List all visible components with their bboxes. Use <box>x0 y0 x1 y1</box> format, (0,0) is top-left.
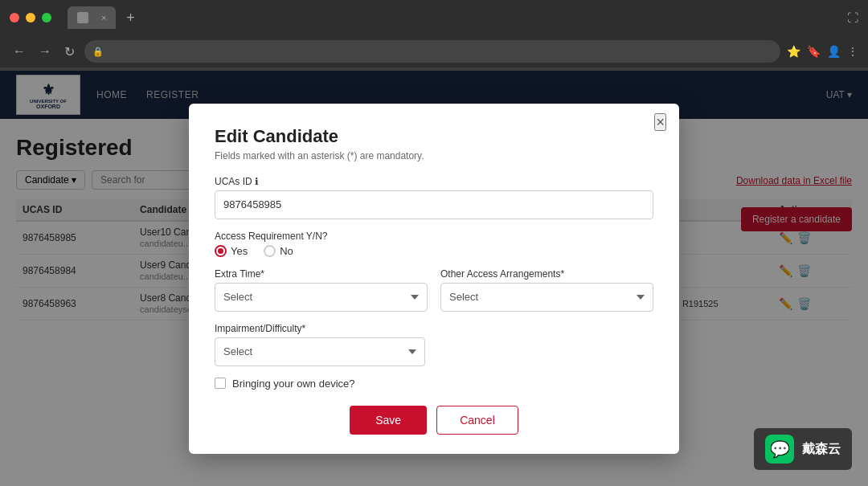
menu-icon[interactable]: ⋮ <box>847 45 858 58</box>
extra-time-group: Extra Time* Select <box>215 268 428 312</box>
access-requirement-group: Access Requirement Y/N? Yes No <box>215 231 653 257</box>
wechat-badge: 💬 戴森云 <box>754 428 852 470</box>
tab-close-icon[interactable]: × <box>101 13 106 22</box>
browser-actions: ⭐ 🔖 👤 ⋮ <box>787 45 858 58</box>
window-zoom-icon: ⛶ <box>847 11 858 24</box>
ucas-id-input[interactable] <box>215 190 653 219</box>
byod-group: Bringing your own device? <box>215 378 653 390</box>
mac-maximize-dot[interactable] <box>42 13 51 22</box>
yes-radio-label[interactable]: Yes <box>215 245 248 257</box>
new-tab-button[interactable]: + <box>119 6 141 29</box>
byod-checkbox[interactable] <box>215 378 226 389</box>
no-radio-label[interactable]: No <box>264 245 293 257</box>
yes-label: Yes <box>231 245 248 257</box>
tab-favicon <box>77 12 88 23</box>
no-radio-button[interactable] <box>264 245 276 257</box>
cancel-button[interactable]: Cancel <box>436 406 518 435</box>
modal-subtitle: Fields marked with an asterisk (*) are m… <box>215 150 653 161</box>
ssl-lock-icon: 🔒 <box>92 47 104 57</box>
no-label: No <box>280 245 293 257</box>
nav-forward-button[interactable]: → <box>35 43 55 60</box>
ucas-id-group: UCAs ID ℹ <box>215 176 653 219</box>
other-access-select[interactable]: Select <box>440 283 653 312</box>
impairment-select[interactable]: Select <box>215 337 425 366</box>
modal-title: Edit Candidate <box>215 126 653 147</box>
mac-close-dot[interactable] <box>10 13 19 22</box>
save-button[interactable]: Save <box>350 406 427 435</box>
other-access-group: Other Access Arrangements* Select <box>440 268 653 312</box>
extra-time-label: Extra Time* <box>215 268 428 280</box>
modal-footer: Save Cancel <box>215 406 653 435</box>
nav-refresh-button[interactable]: ↻ <box>61 43 78 61</box>
edit-candidate-modal: × Edit Candidate Fields marked with an a… <box>189 104 679 454</box>
access-req-label: Access Requirement Y/N? <box>215 231 653 242</box>
ucas-id-label: UCAs ID ℹ <box>215 176 653 187</box>
modal-overlay: × Edit Candidate Fields marked with an a… <box>0 71 868 486</box>
profile-icon[interactable]: 👤 <box>827 45 841 58</box>
browser-tab[interactable]: × <box>68 6 116 29</box>
byod-checkbox-label[interactable]: Bringing your own device? <box>215 378 653 390</box>
wechat-icon: 💬 <box>765 435 794 464</box>
modal-close-button[interactable]: × <box>654 113 666 131</box>
yes-radio-button[interactable] <box>215 245 227 257</box>
impairment-group: Impairment/Difficulty* Select <box>215 323 653 366</box>
mac-minimize-dot[interactable] <box>26 13 35 22</box>
extension-icon[interactable]: 🔖 <box>807 45 821 58</box>
url-bar[interactable]: 🔒 <box>84 40 780 63</box>
wechat-label: 戴森云 <box>802 441 841 458</box>
access-req-radio-group: Yes No <box>215 245 653 257</box>
two-col-row-1: Extra Time* Select Other Access Arrangem… <box>215 268 653 323</box>
extra-time-select[interactable]: Select <box>215 283 428 312</box>
other-access-label: Other Access Arrangements* <box>440 268 653 280</box>
browser-toolbar: ← → ↻ 🔒 ⭐ 🔖 👤 ⋮ <box>0 35 868 67</box>
bookmark-icon[interactable]: ⭐ <box>787 45 800 58</box>
impairment-label: Impairment/Difficulty* <box>215 323 653 334</box>
byod-label: Bringing your own device? <box>232 378 354 390</box>
nav-back-button[interactable]: ← <box>10 43 29 60</box>
